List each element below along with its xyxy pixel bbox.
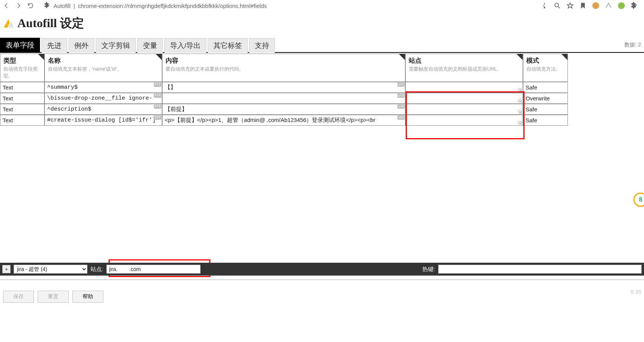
extensions-icon[interactable]: [630, 2, 638, 9]
extension-icon: [44, 2, 51, 10]
cell-mode[interactable]: Safe: [523, 104, 568, 115]
bottom-bar: + jira - 超管 (4) 站点: 热键:: [0, 263, 644, 276]
address-ext-name: Autofill: [54, 3, 71, 9]
table-row: Text#create-issue-dialog [id$='ifr']n92<…: [0, 115, 644, 126]
site-label: 站点:: [90, 266, 103, 273]
cell-tag: n72: [154, 83, 161, 87]
site-input[interactable]: [106, 265, 201, 274]
tab-other[interactable]: 其它标签: [208, 38, 248, 53]
col-header-type[interactable]: 类型 自动填充字段类型。: [0, 54, 44, 82]
resize-handle-icon[interactable]: [518, 121, 522, 125]
help-corner-icon[interactable]: [561, 54, 567, 60]
cell-type[interactable]: Text: [0, 104, 44, 115]
cell-tag: v74: [397, 94, 405, 98]
browser-toolbar: Autofill | chrome-extension://nlmmgnhgde…: [0, 0, 644, 11]
side-badge[interactable]: 8: [633, 193, 644, 207]
table-row: Text^summary$n72【】v72Safe: [0, 82, 644, 93]
cell-mode[interactable]: Safe: [523, 115, 568, 126]
cell-name[interactable]: \bissue-drop-zone__file ignore-n74: [44, 93, 162, 104]
bookmark-icon[interactable]: [579, 2, 587, 9]
cell-site[interactable]: [405, 93, 523, 104]
star-icon[interactable]: [566, 2, 574, 9]
help-corner-icon[interactable]: [156, 54, 162, 60]
tab-text-clips[interactable]: 文字剪辑: [96, 38, 136, 53]
forward-button[interactable]: [14, 2, 23, 10]
cell-type[interactable]: Text: [0, 93, 44, 104]
save-button[interactable]: 保存: [3, 291, 34, 303]
cell-content[interactable]: <p>【前提】</p><p>1、超管（admin@ .com/Ab123456）…: [162, 115, 405, 126]
col-header-name[interactable]: 名称 自动填充文本标签，'name'或'id'。: [44, 54, 162, 82]
tab-import-export[interactable]: 导入/导出: [164, 38, 206, 53]
cell-name[interactable]: ^description$n76: [44, 104, 162, 115]
autofill-ext-icon[interactable]: [605, 2, 612, 9]
cell-tag: v92: [397, 116, 405, 120]
col-header-content[interactable]: 内容 要自动填充的文本或要执行的代码。: [162, 54, 405, 82]
fields-table: 类型 自动填充字段类型。 名称 自动填充文本标签，'name'或'id'。 内容…: [0, 53, 644, 126]
help-corner-icon[interactable]: [399, 54, 405, 60]
resize-handle-icon[interactable]: [518, 99, 522, 103]
cell-tag: v76: [397, 105, 405, 109]
cell-site[interactable]: [405, 115, 523, 126]
profile-icon[interactable]: [618, 2, 625, 9]
cell-site[interactable]: [405, 82, 523, 93]
resize-handle-icon[interactable]: [518, 88, 522, 92]
table-header-row: 类型 自动填充字段类型。 名称 自动填充文本标签，'name'或'id'。 内容…: [0, 54, 644, 82]
table-row: Text\bissue-drop-zone__file ignore-n74v7…: [0, 93, 644, 104]
cell-mode[interactable]: Safe: [523, 82, 568, 93]
hotkey-label: 热键:: [422, 266, 435, 273]
help-corner-icon[interactable]: [517, 54, 523, 60]
tab-form-fields[interactable]: 表单字段: [0, 38, 40, 53]
cookie-icon[interactable]: [592, 2, 600, 9]
address-bar[interactable]: Autofill | chrome-extension://nlmmgnhgde…: [38, 2, 537, 10]
cell-tag: n76: [154, 105, 161, 109]
footer-bar: 保存 重置 帮助: [0, 288, 644, 306]
data-count: 数据: 2: [624, 42, 644, 48]
col-header-mode[interactable]: 模式 自动填充方法。: [523, 54, 568, 82]
page-header: Autofill 设定: [0, 11, 644, 38]
tabs: 表单字段 先进 例外 文字剪辑 变量 导入/导出 其它标签 支持 数据: 2: [0, 38, 644, 53]
tab-variables[interactable]: 变量: [137, 38, 163, 53]
cell-content[interactable]: 【】v72: [162, 82, 405, 93]
tab-support[interactable]: 支持: [249, 38, 275, 53]
search-icon[interactable]: [554, 2, 561, 9]
cell-tag: v72: [397, 83, 405, 87]
cell-content[interactable]: 【前提】v76: [162, 104, 405, 115]
add-profile-button[interactable]: +: [2, 265, 11, 273]
cell-type[interactable]: Text: [0, 82, 44, 93]
page-title: Autofill 设定: [17, 15, 84, 32]
cell-tag: n74: [154, 94, 161, 98]
tab-advanced[interactable]: 先进: [41, 38, 67, 53]
col-header-site[interactable]: 站点 需要触发自动填充的文档标题或页面URL。: [405, 54, 523, 82]
reset-button[interactable]: 重置: [38, 291, 69, 303]
address-url: chrome-extension://nlmmgnhgdeffjkdckmikf…: [78, 3, 267, 9]
svg-point-0: [555, 3, 558, 7]
hotkey-input[interactable]: [438, 265, 642, 274]
help-corner-icon[interactable]: [38, 54, 44, 60]
cell-name[interactable]: #create-issue-dialog [id$='ifr']n92: [44, 115, 162, 126]
cell-content[interactable]: v74: [162, 93, 405, 104]
autofill-logo-icon: [3, 18, 14, 29]
cell-tag: n92: [154, 116, 161, 120]
cell-site[interactable]: [405, 104, 523, 115]
reload-button[interactable]: [26, 2, 35, 10]
copyright: © 20: [630, 289, 641, 295]
back-button[interactable]: [2, 2, 11, 10]
divider: [0, 279, 644, 280]
table-row: Text^description$n76【前提】v76Safe: [0, 104, 644, 115]
toolbar-icons: [541, 2, 642, 9]
cell-type[interactable]: Text: [0, 115, 44, 126]
help-button[interactable]: 帮助: [72, 291, 103, 303]
resize-handle-icon[interactable]: [518, 110, 522, 114]
translate-icon[interactable]: [541, 2, 548, 9]
cell-name[interactable]: ^summary$n72: [44, 82, 162, 93]
profile-select[interactable]: jira - 超管 (4): [14, 265, 87, 274]
tab-exceptions[interactable]: 例外: [69, 38, 94, 53]
cell-mode[interactable]: Overwrite: [523, 93, 568, 104]
